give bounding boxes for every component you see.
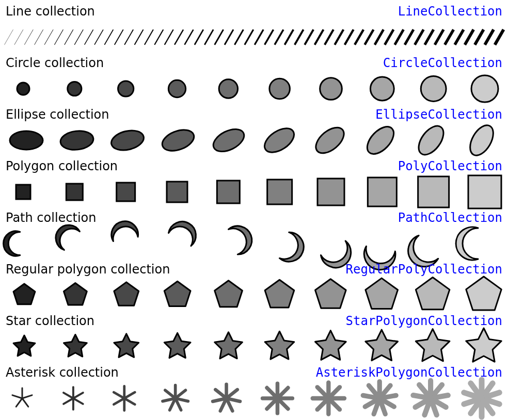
square-glyph (16, 185, 30, 199)
circle-glyph (421, 76, 446, 102)
line-glyph (104, 29, 113, 44)
line-glyph (345, 29, 354, 44)
line-glyph (215, 29, 224, 44)
line-glyph (14, 29, 23, 44)
line-glyph (85, 29, 93, 44)
square-glyph (267, 180, 292, 204)
star-glyph (265, 331, 294, 359)
svg-line-1 (22, 395, 32, 398)
row-title-regpoly: Regular polygon collection (6, 262, 170, 277)
star-glyph (64, 334, 87, 357)
ellipse-glyph (109, 127, 146, 153)
row-title-polygon: Polygon collection (6, 159, 118, 173)
pentagon-glyph (416, 278, 450, 310)
crescent-glyph (228, 222, 256, 255)
line-glyph (255, 29, 263, 44)
line-glyph (265, 29, 274, 44)
line-glyph (225, 29, 233, 44)
svg-line-7 (73, 398, 83, 404)
row-class-regpoly: RegularPolyCollection (346, 262, 502, 277)
star-glyph (366, 330, 398, 360)
line-glyph (355, 29, 363, 44)
asterisk-glyph (363, 382, 396, 414)
line-glyph (165, 29, 173, 44)
svg-line-15 (114, 398, 124, 405)
line-glyph (24, 29, 33, 44)
line-glyph (415, 29, 423, 44)
circle-glyph (68, 82, 82, 95)
asterisk-glyph (114, 386, 135, 410)
line-glyph (74, 29, 83, 44)
pentagon-glyph (164, 281, 190, 306)
svg-line-10 (64, 393, 73, 398)
line-glyph (35, 29, 43, 44)
asterisk-glyph (213, 384, 240, 411)
line-glyph (475, 29, 484, 44)
line-glyph (445, 29, 454, 44)
line-glyph (115, 29, 123, 44)
svg-line-23 (165, 390, 176, 398)
row-class-circle: CircleCollection (383, 56, 502, 70)
row-title-ellipse: Ellipse collection (6, 107, 109, 122)
svg-line-3 (16, 398, 22, 407)
line-glyph (44, 29, 53, 44)
star-glyph (416, 329, 450, 361)
circle-glyph (320, 78, 342, 100)
square-glyph (318, 179, 344, 205)
star-glyph (466, 328, 501, 362)
line-glyph (124, 29, 133, 44)
row-graphics-asterisk (6, 381, 502, 416)
line-glyph (395, 29, 404, 44)
pentagon-glyph (215, 281, 243, 307)
row-class-star: StarPolygonCollection (346, 314, 502, 328)
line-glyph (195, 29, 203, 44)
ellipse-glyph (160, 126, 197, 155)
svg-line-9 (64, 398, 73, 404)
line-glyph (465, 29, 473, 44)
svg-line-2 (22, 398, 28, 407)
pentagon-glyph (466, 277, 501, 310)
line-glyph (94, 29, 103, 44)
line-glyph (405, 29, 414, 44)
circle-glyph (370, 77, 394, 101)
row-title-circle: Circle collection (6, 56, 104, 70)
line-glyph (425, 29, 434, 44)
pentagon-glyph (13, 284, 35, 304)
line-glyph (435, 29, 443, 44)
pentagon-glyph (315, 279, 346, 309)
svg-line-16 (114, 392, 124, 398)
star-glyph (164, 333, 190, 358)
row-class-asterisk: AsteriskPolygonCollection (316, 365, 502, 380)
ellipse-glyph (311, 123, 348, 158)
line-glyph (245, 29, 253, 44)
asterisk-glyph (413, 381, 448, 415)
circle-glyph (219, 79, 237, 98)
ellipse-glyph (414, 122, 448, 159)
ellipse-glyph (362, 122, 399, 158)
line-glyph (375, 29, 384, 44)
line-glyph (455, 29, 464, 44)
line-glyph (284, 29, 293, 44)
crescent-glyph (4, 231, 20, 256)
row-class-ellipse: EllipseCollection (375, 107, 502, 122)
star-glyph (114, 334, 139, 357)
row-graphics-star (6, 329, 502, 364)
square-glyph (167, 182, 187, 202)
line-glyph (184, 29, 193, 44)
star-glyph (315, 331, 346, 360)
crescent-glyph (456, 227, 478, 260)
asterisk-glyph (12, 388, 32, 407)
circle-glyph (269, 78, 290, 99)
ellipse-glyph (10, 131, 43, 150)
star-glyph (13, 335, 35, 356)
row-graphics-path (6, 226, 502, 261)
square-glyph (217, 181, 240, 203)
pentagon-glyph (265, 280, 294, 308)
row-graphics-polygon (6, 174, 502, 209)
row-title-line: Line collection (6, 4, 95, 19)
line-glyph (234, 29, 243, 44)
line-glyph (204, 29, 213, 44)
line-glyph (335, 29, 343, 44)
asterisk-glyph (163, 385, 188, 410)
svg-line-4 (12, 395, 22, 398)
